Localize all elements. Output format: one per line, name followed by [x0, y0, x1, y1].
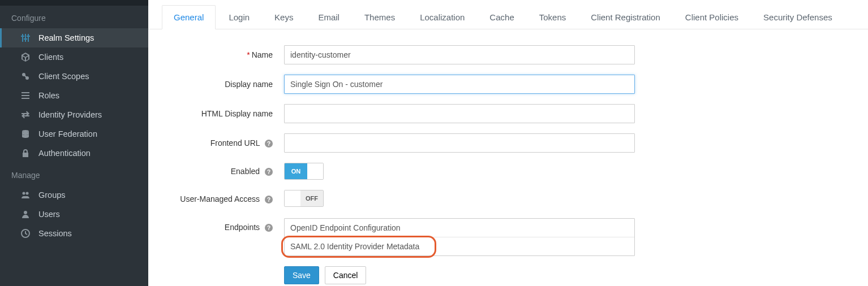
tab-security-defenses[interactable]: Security Defenses: [751, 5, 844, 29]
save-button[interactable]: Save: [284, 266, 319, 284]
tab-general[interactable]: General: [162, 5, 216, 29]
sidebar-item-label: Authentication: [38, 149, 91, 158]
svg-rect-10: [22, 98, 29, 99]
sidebar-item-clients[interactable]: Clients: [0, 47, 148, 67]
endpoint-openid[interactable]: OpenID Endpoint Configuration: [285, 219, 634, 237]
html-display-name-label: HTML Display name: [171, 109, 284, 118]
frontend-url-label: Frontend URL ?: [171, 138, 284, 148]
svg-rect-3: [21, 36, 24, 37]
sidebar-item-identity-providers[interactable]: Identity Providers: [0, 105, 148, 124]
toggle-off-text: OFF: [300, 190, 323, 206]
sidebar-item-sessions[interactable]: Sessions: [0, 224, 148, 243]
user-managed-access-toggle[interactable]: OFF: [284, 190, 324, 207]
name-label: *Name: [171, 50, 284, 59]
required-star: *: [247, 50, 250, 59]
help-icon[interactable]: ?: [265, 196, 273, 203]
clock-icon: [20, 229, 31, 238]
scopes-icon: [20, 72, 31, 81]
toggle-handle: [285, 190, 300, 206]
sidebar-item-label: User Federation: [38, 129, 97, 138]
enabled-label: Enabled ?: [171, 167, 284, 176]
sidebar-item-label: Client Scopes: [38, 72, 89, 81]
cube-icon: [20, 53, 31, 62]
cancel-button[interactable]: Cancel: [325, 266, 367, 284]
endpoint-saml[interactable]: SAML 2.0 Identity Provider Metadata: [285, 237, 634, 255]
tab-bar: General Login Keys Email Themes Localiza…: [148, 0, 868, 29]
tab-login[interactable]: Login: [217, 5, 261, 29]
enabled-toggle[interactable]: ON: [284, 163, 324, 180]
html-display-name-input[interactable]: [284, 104, 635, 123]
svg-rect-1: [25, 34, 26, 42]
svg-point-14: [24, 211, 27, 214]
lock-icon: [20, 149, 31, 158]
svg-point-11: [22, 130, 29, 132]
svg-rect-0: [22, 34, 23, 42]
sidebar-section-manage: Manage: [0, 163, 148, 185]
help-icon[interactable]: ?: [265, 140, 273, 148]
tab-localization[interactable]: Localization: [408, 5, 476, 29]
display-name-input[interactable]: [284, 75, 635, 94]
svg-rect-9: [22, 95, 29, 96]
sidebar-item-users[interactable]: Users: [0, 205, 148, 224]
tab-cache[interactable]: Cache: [478, 5, 526, 29]
sidebar-item-client-scopes[interactable]: Client Scopes: [0, 67, 148, 86]
tab-themes[interactable]: Themes: [353, 5, 407, 29]
sidebar-item-label: Groups: [38, 190, 66, 200]
sidebar-item-label: Users: [38, 210, 60, 219]
svg-rect-8: [22, 92, 29, 93]
form-buttons: Save Cancel: [284, 266, 635, 284]
sidebar-item-roles[interactable]: Roles: [0, 86, 148, 105]
groups-icon: [20, 190, 31, 200]
endpoints-list: OpenID Endpoint Configuration SAML 2.0 I…: [284, 218, 635, 256]
tab-client-policies[interactable]: Client Policies: [673, 5, 750, 29]
sidebar-item-label: Clients: [38, 53, 63, 62]
svg-rect-2: [28, 34, 29, 42]
tab-keys[interactable]: Keys: [263, 5, 305, 29]
help-icon[interactable]: ?: [265, 224, 273, 232]
toggle-on-text: ON: [285, 163, 307, 179]
tab-client-registration[interactable]: Client Registration: [579, 5, 672, 29]
database-icon: [20, 129, 31, 138]
display-name-label: Display name: [171, 80, 284, 89]
sidebar-item-groups[interactable]: Groups: [0, 185, 148, 205]
sidebar-item-label: Roles: [38, 91, 59, 100]
endpoints-label: Endpoints ?: [171, 218, 284, 232]
svg-point-12: [23, 192, 25, 195]
exchange-icon: [20, 110, 31, 119]
sidebar-item-user-federation[interactable]: User Federation: [0, 124, 148, 144]
tab-tokens[interactable]: Tokens: [527, 5, 578, 29]
list-icon: [20, 91, 31, 100]
sidebar-item-realm-settings[interactable]: Realm Settings: [0, 28, 148, 47]
name-input[interactable]: [284, 45, 635, 64]
tab-email[interactable]: Email: [306, 5, 351, 29]
sidebar-section-configure: Configure: [0, 6, 148, 28]
svg-point-13: [26, 192, 29, 195]
user-icon: [20, 210, 31, 219]
sidebar-topbar: [0, 0, 148, 6]
user-managed-access-label: User-Managed Access ?: [171, 194, 284, 203]
sliders-icon: [20, 33, 31, 42]
main-panel: General Login Keys Email Themes Localiza…: [148, 0, 868, 286]
help-icon[interactable]: ?: [265, 168, 273, 176]
sidebar-item-label: Sessions: [38, 229, 72, 238]
form-general: *Name Display name HTML Display name Fro…: [148, 29, 868, 286]
svg-rect-5: [27, 36, 30, 37]
frontend-url-input[interactable]: [284, 133, 635, 153]
svg-rect-4: [24, 38, 27, 40]
toggle-handle: [307, 163, 323, 179]
sidebar: Configure Realm Settings Clients Client …: [0, 0, 148, 286]
sidebar-item-label: Realm Settings: [38, 33, 94, 42]
sidebar-item-label: Identity Providers: [38, 110, 102, 119]
sidebar-item-authentication[interactable]: Authentication: [0, 144, 148, 163]
